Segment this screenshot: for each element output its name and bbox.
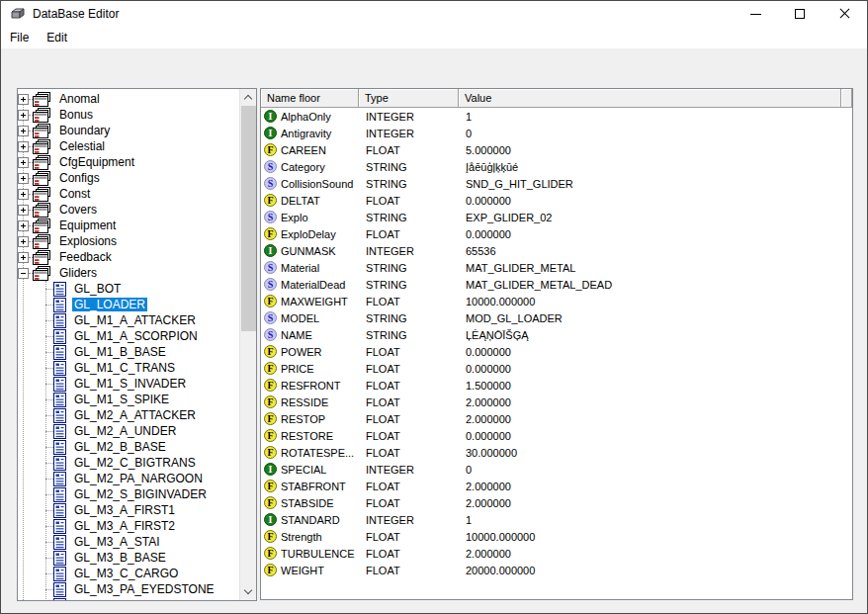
menu-file[interactable]: File <box>1 28 38 47</box>
expand-toggle-icon[interactable] <box>18 220 29 231</box>
table-row[interactable]: F RESTORE FLOAT 0.000000 <box>261 427 852 444</box>
table-row[interactable]: S CollisionSound STRING SND_G_HIT_GLIDER <box>261 175 852 192</box>
tree-item[interactable]: GL_M1_C_TRANS <box>18 360 239 376</box>
column-header-name[interactable]: Name floor <box>261 89 359 108</box>
column-header-type[interactable]: Type <box>359 89 459 108</box>
table-row[interactable]: I Antigravity INTEGER 0 <box>261 125 852 141</box>
tree-item[interactable]: GL_M3_B_BASE <box>18 550 239 566</box>
property-type: FLOAT <box>359 228 459 240</box>
table-row[interactable]: I GUNMASK INTEGER 65536 <box>261 242 852 259</box>
tree-item[interactable]: GL_M2_A_UNDER <box>18 423 239 439</box>
table-row[interactable]: F POWER FLOAT 0.000000 <box>261 343 852 360</box>
database-editor-window: DataBase Editor File Edit Anomal <box>0 0 868 614</box>
tree-item[interactable]: GL_M2_A_ATTACKER <box>18 407 239 423</box>
minimize-button[interactable] <box>734 1 778 27</box>
table-row[interactable]: F Strength FLOAT 10000.000000 <box>261 528 852 545</box>
tree-item[interactable]: Anomal <box>18 91 239 107</box>
tree-item[interactable]: GL_M2_C_BIGTRANS <box>18 455 239 471</box>
table-row[interactable]: F CAREEN FLOAT 5.000000 <box>261 141 852 158</box>
close-button[interactable] <box>823 1 867 27</box>
property-type: INTEGER <box>359 514 459 526</box>
tree-item[interactable]: GL_M2_PA_NARGOON <box>18 471 239 486</box>
menu-edit[interactable]: Edit <box>38 28 76 47</box>
tree-item[interactable]: Configs <box>18 170 239 186</box>
tree-item[interactable]: Bonus <box>18 107 239 123</box>
record-document-icon <box>53 424 66 439</box>
expand-toggle-icon[interactable] <box>18 173 29 184</box>
tree-item[interactable]: GL_M1_A_ATTACKER <box>18 312 239 328</box>
tree-item[interactable]: GL_M2_B_BASE <box>18 439 239 455</box>
expand-toggle-icon[interactable] <box>18 189 29 200</box>
maximize-button[interactable] <box>778 1 823 27</box>
table-row[interactable]: F ROTATESPE... FLOAT 30.000000 <box>261 444 852 461</box>
expand-toggle-icon[interactable] <box>18 236 29 247</box>
table-row[interactable]: F WEIGHT FLOAT 20000.000000 <box>261 562 852 578</box>
tree-item[interactable]: Equipment <box>18 218 239 233</box>
tree-item[interactable]: Covers <box>18 202 239 218</box>
property-type: FLOAT <box>359 481 459 492</box>
table-row[interactable]: S NAME STRING ĻĖĄŅŌĪŠĢĄ <box>261 326 852 343</box>
property-value: Įåēūģļķķūé <box>459 161 852 173</box>
tree-item[interactable]: GL_M3_A_FIRST1 <box>18 502 239 518</box>
table-row[interactable]: F PRICE FLOAT 0.000000 <box>261 360 852 377</box>
expand-toggle-icon[interactable] <box>18 268 29 279</box>
record-document-icon <box>53 329 66 344</box>
tree-item-label: GL_M2_PA_NARGOON <box>72 472 205 485</box>
table-row[interactable]: S Category STRING Įåēūģļķķūé <box>261 158 852 175</box>
table-row[interactable]: S Explo STRING EXP_GLIDER_02 <box>261 209 852 225</box>
tree-item[interactable]: GL_M1_S_SPIKE <box>18 392 239 407</box>
tree-item-label: GL_M2_A_ATTACKER <box>72 408 198 422</box>
table-row[interactable]: F RESFRONT FLOAT 1.500000 <box>261 377 852 394</box>
type-icon: F <box>264 345 277 358</box>
table-row[interactable]: F STABSIDE FLOAT 2.000000 <box>261 494 852 511</box>
expand-toggle-icon[interactable] <box>18 126 29 136</box>
expand-toggle-icon[interactable] <box>18 141 29 152</box>
table-row[interactable]: F TURBULENCE FLOAT 2.000000 <box>261 545 852 562</box>
expand-toggle-icon[interactable] <box>18 252 29 263</box>
tree-item[interactable]: Boundary <box>18 123 239 138</box>
table-row[interactable]: S MaterialDead STRING MAT_GLIDER_METAL_D… <box>261 276 852 293</box>
expand-toggle-icon[interactable] <box>18 94 29 105</box>
table-row[interactable]: I STANDARD INTEGER 1 <box>261 511 852 528</box>
column-header-value[interactable]: Value <box>459 89 841 108</box>
expand-toggle-icon[interactable] <box>18 157 29 168</box>
scroll-down-button[interactable] <box>240 583 257 600</box>
table-row[interactable]: I AlphaOnly INTEGER 1 <box>261 108 852 125</box>
tree-item-label: GL_M1_C_TRANS <box>72 361 177 375</box>
tree-item[interactable]: GL_LOADER <box>18 297 239 312</box>
tree-item[interactable]: GL_M1_B_BASE <box>18 344 239 360</box>
tree-item[interactable]: GL_M1_A_SCORPION <box>18 328 239 344</box>
table-row[interactable]: F DELTAT FLOAT 0.000000 <box>261 192 852 209</box>
tree-item[interactable]: GL_M3_C_CARGO <box>18 566 239 581</box>
table-row[interactable]: S MODEL STRING MOD_GL_LOADER <box>261 309 852 326</box>
tree-item[interactable]: GL_BOT <box>18 281 239 297</box>
tree-item[interactable]: GL_M3_A_FIRST2 <box>18 518 239 534</box>
tree-item[interactable]: GL_M3_S_DESTROYER <box>18 597 239 600</box>
tree-item[interactable]: Const <box>18 186 239 202</box>
table-row[interactable]: F RESTOP FLOAT 2.000000 <box>261 410 852 427</box>
expand-toggle-icon[interactable] <box>18 110 29 121</box>
tree-item[interactable]: CfgEquipment <box>18 154 239 170</box>
table-row[interactable]: F ExploDelay FLOAT 0.000000 <box>261 225 852 242</box>
tree-scrollbar[interactable] <box>239 89 256 600</box>
table-row[interactable]: F STABFRONT FLOAT 2.000000 <box>261 478 852 494</box>
property-value: 2.000000 <box>459 548 852 560</box>
table-row[interactable]: I SPECIAL INTEGER 0 <box>261 461 852 478</box>
tree-item[interactable]: GL_M3_PA_EYEDSTONE <box>18 581 239 597</box>
tree-item[interactable]: GL_M2_S_BIGINVADER <box>18 486 239 502</box>
scrollbar-thumb[interactable] <box>241 106 256 331</box>
table-row[interactable]: F MAXWEIGHT FLOAT 10000.000000 <box>261 293 852 309</box>
tree-item[interactable]: GL_M3_A_STAI <box>18 534 239 550</box>
tree-item[interactable]: Feedback <box>18 249 239 265</box>
property-name: Category <box>281 161 325 173</box>
tree-item[interactable]: Gliders <box>18 265 239 281</box>
tree-item[interactable]: Celestial <box>18 138 239 154</box>
expand-toggle-icon[interactable] <box>18 205 29 216</box>
tree-item-label: Anomal <box>57 92 102 106</box>
category-tree: Anomal Bonus Boundary <box>17 88 257 601</box>
scroll-up-button[interactable] <box>240 89 257 106</box>
tree-item[interactable]: GL_M1_S_INVADER <box>18 376 239 392</box>
table-row[interactable]: F RESSIDE FLOAT 2.000000 <box>261 394 852 410</box>
table-row[interactable]: S Material STRING MAT_GLIDER_METAL <box>261 259 852 276</box>
tree-item[interactable]: Explosions <box>18 233 239 249</box>
